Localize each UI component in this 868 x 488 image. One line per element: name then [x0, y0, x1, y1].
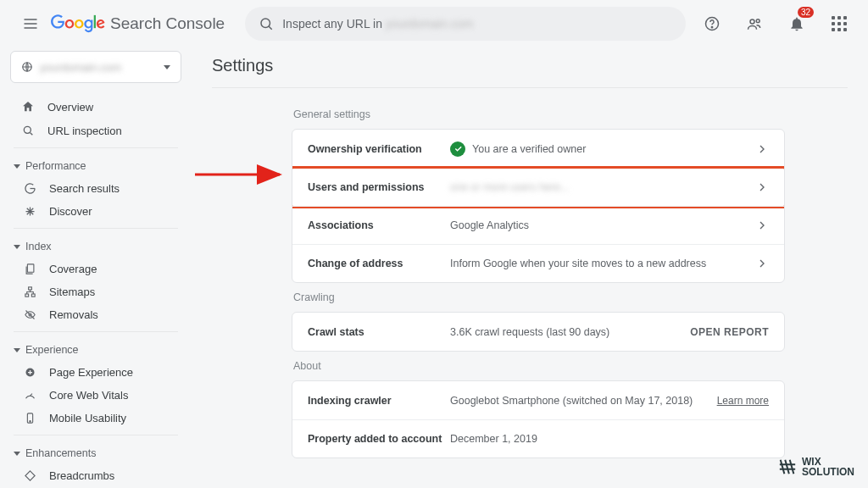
- sidebar-item-page-experience[interactable]: Page Experience: [0, 361, 192, 384]
- visibility-off-icon: [22, 308, 37, 321]
- speed-icon: [22, 389, 37, 402]
- product-name: Search Console: [110, 14, 225, 33]
- property-selector[interactable]: yourdomain.com: [10, 51, 181, 83]
- home-icon: [20, 100, 36, 114]
- svg-point-3: [750, 19, 754, 24]
- notifications-icon[interactable]: 32: [782, 8, 812, 39]
- sidebar-group-experience[interactable]: Experience: [0, 337, 192, 361]
- sidebar-item-mobile-usability[interactable]: Mobile Usability: [0, 407, 192, 430]
- chevron-right-icon: [755, 180, 769, 194]
- row-property-added: Property added to account December 1, 20…: [292, 419, 784, 458]
- google-logo-icon: [51, 14, 105, 33]
- sidebar-item-breadcrumbs[interactable]: Breadcrumbs: [0, 464, 192, 487]
- learn-more-link[interactable]: Learn more: [717, 395, 769, 407]
- sidebar-item-label: Mobile Usability: [49, 412, 126, 424]
- svg-point-2: [711, 27, 712, 28]
- svg-rect-7: [27, 264, 34, 272]
- section-label-general: General settings: [293, 108, 785, 120]
- sidebar-item-label: Coverage: [49, 263, 97, 275]
- row-change-of-address[interactable]: Change of address Inform Google when you…: [292, 244, 784, 282]
- mobile-icon: [22, 412, 37, 424]
- svg-point-0: [261, 19, 270, 28]
- main: Settings General settings Ownership veri…: [192, 47, 868, 488]
- property-name-blur: yourdomain.com: [40, 61, 157, 74]
- svg-rect-8: [28, 287, 31, 290]
- search-icon: [20, 124, 36, 137]
- chevron-down-icon: [14, 348, 20, 352]
- blurred-value: one or more users here...: [450, 181, 569, 193]
- sidebar-item-core-web-vitals[interactable]: Core Web Vitals: [0, 384, 192, 407]
- watermark: WIX SOLUTION: [778, 457, 854, 478]
- sidebar-item-label: Removals: [49, 308, 98, 321]
- sidebar-item-label: Sitemaps: [49, 286, 95, 298]
- people-icon[interactable]: [739, 8, 770, 39]
- svg-point-14: [29, 421, 30, 422]
- sidebar-item-label: Core Web Vitals: [49, 389, 128, 402]
- search-placeholder-prefix: Inspect any URL in: [282, 17, 386, 30]
- sidebar-item-coverage[interactable]: Coverage: [0, 258, 192, 280]
- header: Search Console Inspect any URL in yourdo…: [0, 0, 868, 47]
- about-card: Indexing crawler Googlebot Smartphone (s…: [292, 380, 785, 458]
- open-report-button[interactable]: OPEN REPORT: [690, 326, 769, 338]
- sidebar: yourdomain.com Overview URL inspection P…: [0, 47, 192, 488]
- sidebar-item-discover[interactable]: Discover: [0, 200, 192, 223]
- sidebar-item-label: Page Experience: [49, 366, 133, 379]
- crawling-card: Crawl stats 3.6K crawl requests (last 90…: [292, 312, 785, 352]
- sidebar-group-performance[interactable]: Performance: [0, 153, 192, 177]
- sidebar-item-label: Overview: [47, 101, 93, 114]
- search-input[interactable]: Inspect any URL in yourdomain.com: [245, 7, 686, 41]
- g-icon: [22, 182, 37, 195]
- chevron-down-icon: [14, 245, 20, 249]
- chevron-right-icon: [755, 219, 769, 232]
- section-label-about: About: [293, 360, 785, 372]
- search-placeholder-blur: yourdomain.com: [386, 17, 474, 30]
- help-icon[interactable]: [697, 8, 727, 39]
- chevron-right-icon: [755, 257, 769, 270]
- sidebar-item-label: Breadcrumbs: [49, 469, 114, 482]
- asterisk-icon: [22, 205, 37, 218]
- chevron-right-icon: [755, 142, 769, 156]
- sidebar-item-label: Discover: [49, 205, 92, 218]
- watermark-icon: [778, 458, 797, 476]
- svg-point-4: [756, 19, 760, 23]
- sidebar-item-url-inspection[interactable]: URL inspection: [0, 119, 192, 142]
- apps-icon[interactable]: [824, 8, 854, 39]
- sidebar-item-label: Search results: [49, 182, 120, 195]
- logo[interactable]: Search Console: [51, 14, 225, 33]
- sidebar-item-removals[interactable]: Removals: [0, 303, 192, 326]
- row-users-permissions[interactable]: Users and permissions one or more users …: [292, 168, 784, 206]
- plus-circle-icon: [22, 366, 37, 379]
- row-crawl-stats[interactable]: Crawl stats 3.6K crawl requests (last 90…: [292, 313, 784, 351]
- chevron-down-icon: [14, 164, 20, 169]
- svg-rect-10: [31, 294, 35, 297]
- row-ownership-verification[interactable]: Ownership verification You are a verifie…: [292, 130, 784, 168]
- check-circle-icon: [450, 141, 465, 157]
- general-settings-card: Ownership verification You are a verifie…: [292, 129, 785, 283]
- sidebar-item-label: URL inspection: [47, 125, 122, 137]
- sitemap-icon: [22, 286, 37, 298]
- svg-point-6: [24, 126, 31, 133]
- row-associations[interactable]: Associations Google Analytics: [292, 206, 784, 244]
- svg-rect-9: [25, 294, 28, 297]
- sidebar-item-search-results[interactable]: Search results: [0, 177, 192, 200]
- sidebar-item-overview[interactable]: Overview: [0, 95, 192, 119]
- sidebar-group-enhancements[interactable]: Enhancements: [0, 441, 192, 464]
- search-icon: [259, 16, 274, 31]
- pages-icon: [22, 263, 37, 275]
- diamond-icon: [22, 469, 37, 482]
- dropdown-icon: [164, 65, 170, 69]
- sidebar-group-index[interactable]: Index: [0, 234, 192, 258]
- menu-icon[interactable]: [14, 7, 47, 41]
- notifications-badge: 32: [798, 7, 814, 18]
- section-label-crawling: Crawling: [293, 291, 785, 303]
- chevron-down-icon: [14, 452, 20, 456]
- page-title: Settings: [212, 56, 848, 88]
- sidebar-item-sitemaps[interactable]: Sitemaps: [0, 280, 192, 303]
- globe-icon: [21, 61, 33, 73]
- row-indexing-crawler: Indexing crawler Googlebot Smartphone (s…: [292, 381, 784, 419]
